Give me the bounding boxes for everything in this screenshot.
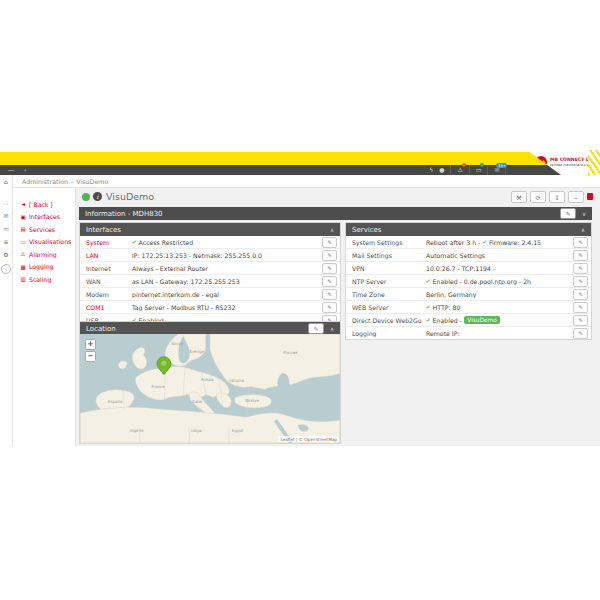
services-panel-header: Services ∧	[346, 223, 591, 236]
services-panel-title: Services	[352, 226, 382, 234]
info-icon[interactable]: i	[93, 192, 102, 201]
interface-row-internet: Internet Always - External Router✔ ✎	[80, 262, 340, 275]
row-label: Mail Settings	[352, 252, 426, 259]
edit-icon: ✎	[327, 278, 331, 284]
check-icon: ✔	[426, 317, 431, 323]
row-value: Automatic Settings✔	[426, 252, 573, 259]
row-value: 10.0.26.7 - TCP:1194 -✔	[426, 265, 573, 272]
back-arrow-icon: ◄	[20, 201, 26, 207]
sidebar-item-interfaces[interactable]: ▣Interfaces	[13, 211, 75, 224]
mbconnect24-app: mbCONNECT24 mb MB CONNECT LINE remote ma…	[0, 0, 600, 600]
edit-row-button[interactable]: ✎	[322, 237, 337, 248]
map-label: Italia	[192, 399, 202, 404]
location-map[interactable]: Norge Sverige Россия Polska France Españ…	[79, 334, 341, 444]
library-icon[interactable]: ≡	[3, 238, 8, 245]
collapse-sidebar-icon[interactable]: ‹	[1, 264, 11, 274]
interfaces-icon: ▣	[20, 214, 26, 220]
edit-row-button[interactable]: ✎	[573, 289, 588, 300]
sidebar-item-alarming[interactable]: ⚠Alarming	[13, 248, 75, 261]
interface-row-system: System ✔Access Restricted ✎	[80, 236, 340, 249]
brand-banner: mbCONNECT24	[0, 152, 600, 165]
row-value: Always - External Router✔	[132, 265, 322, 272]
minimize-button[interactable]: −	[568, 191, 584, 203]
alarms-icon[interactable]: ⚠	[457, 165, 462, 175]
edit-icon: ✎	[314, 326, 319, 332]
minimize-icon: −	[573, 194, 578, 201]
refresh-button[interactable]: ⟳	[530, 191, 546, 203]
status-badge[interactable]: VisuDemo	[464, 316, 500, 324]
collapse-location-icon[interactable]: ∧	[328, 326, 336, 332]
edit-icon: ✎	[566, 211, 571, 217]
edit-row-button[interactable]: ✎	[322, 302, 337, 313]
row-label: System Settings	[352, 239, 426, 246]
edit-row-button[interactable]: ✎	[322, 289, 337, 300]
mail-icon[interactable]: ✉	[3, 212, 8, 219]
service-row-direct-device-web2go: Direct Device Web2Go ✔Enabled -VisuDemo …	[346, 314, 591, 327]
gear-icon[interactable]: ⚙	[3, 251, 8, 258]
map-label: España	[108, 399, 123, 404]
top-toolbar: ― ‹ ϟ ● ⚠ ▭ ✉15+ ▾	[0, 165, 565, 175]
edit-row-button[interactable]: ✎	[573, 263, 588, 274]
refresh-icon: ⟳	[535, 194, 540, 201]
edit-row-button[interactable]: ✎	[573, 237, 588, 248]
row-label: WAN	[86, 278, 132, 285]
edit-row-button[interactable]: ✎	[573, 302, 588, 313]
collapse-information-icon[interactable]: ∨	[580, 211, 588, 217]
power-icon[interactable]: ϟ	[429, 165, 433, 175]
wrench-icon: ⚒	[516, 194, 521, 201]
breadcrumb-separator: -	[71, 178, 73, 185]
edit-row-button[interactable]: ✎	[322, 276, 337, 287]
service-row-mail-settings: Mail Settings Automatic Settings✔ ✎	[346, 249, 591, 262]
download-icon: ↧	[554, 194, 559, 201]
collapse-services-icon[interactable]: ∧	[579, 227, 587, 233]
row-label: Time Zone	[352, 291, 426, 298]
sidebar-item-back[interactable]: ◄[ Back ]	[13, 198, 75, 211]
collapse-interfaces-icon[interactable]: ∧	[328, 227, 336, 233]
share-nodes-icon[interactable]: ∴	[4, 199, 8, 206]
sidebar-item-visualisations[interactable]: ▭Visualisations	[13, 236, 75, 249]
main-content: i VisuDemo ⚒ ⟳ ↧ − Information - MDH830 …	[76, 188, 600, 446]
brand-tagline: remote maintenance solutions	[550, 163, 600, 167]
information-panel-title: Information - MDH830	[85, 210, 163, 218]
edit-location-button[interactable]: ✎	[308, 323, 324, 334]
icon-strip: ⌂ ∴ ✉ ▭ ≡ ⚙ ‹	[0, 175, 13, 446]
edit-information-button[interactable]: ✎	[560, 208, 576, 219]
edit-row-button[interactable]: ✎	[573, 315, 588, 326]
edit-row-button[interactable]: ✎	[573, 276, 588, 287]
edit-row-button[interactable]: ✎	[573, 328, 588, 339]
download-button[interactable]: ↧	[549, 191, 565, 203]
edit-icon: ✎	[578, 252, 582, 258]
map-zoom-in-button[interactable]: +	[85, 339, 96, 350]
wrench-button[interactable]: ⚒	[511, 191, 527, 203]
breadcrumb-current: VisuDemo	[76, 178, 108, 185]
service-row-ntp-server: NTP Server ✔Enabled - 0.de.pool.ntp.org …	[346, 275, 591, 288]
edit-row-button[interactable]: ✎	[573, 250, 588, 261]
sidebar-item-scaling[interactable]: ▥Scaling	[13, 273, 75, 286]
row-label: WEB Server	[352, 304, 426, 311]
interface-row-com1: COM1 Tag Server - Modbus RTU - RS232✔ ✎	[80, 301, 340, 314]
sidebar-item-services[interactable]: ▤Services	[13, 223, 75, 236]
devices-icon[interactable]: ▭	[476, 165, 482, 175]
sidebar-item-logging[interactable]: ▦Logging	[13, 261, 75, 274]
edit-icon: ✎	[327, 252, 331, 258]
row-value: Remote IP:✔	[426, 330, 573, 337]
edit-row-button[interactable]: ✎	[322, 263, 337, 274]
breadcrumb-section[interactable]: Administration	[22, 178, 68, 185]
edit-icon: ✎	[578, 239, 582, 245]
monitor-icon[interactable]: ▭	[3, 225, 9, 232]
edit-icon: ✎	[578, 278, 582, 284]
location-panel-title: Location	[86, 325, 116, 333]
messages-icon[interactable]: ✉15+	[494, 165, 499, 175]
interfaces-panel-title: Interfaces	[86, 226, 121, 234]
red-status-icon[interactable]	[587, 193, 593, 200]
home-icon[interactable]: ⌂	[4, 178, 8, 185]
row-value: Tag Server - Modbus RTU - RS232✔	[132, 304, 322, 311]
globe-icon[interactable]: ●	[439, 165, 444, 175]
alarm-badge	[462, 163, 466, 167]
edit-icon: ✎	[327, 239, 331, 245]
map-zoom-out-button[interactable]: −	[85, 351, 96, 362]
menu-collapse-icon[interactable]: ―	[8, 165, 14, 175]
back-icon[interactable]: ‹	[24, 165, 26, 175]
row-label: System	[86, 239, 132, 246]
edit-row-button[interactable]: ✎	[322, 250, 337, 261]
